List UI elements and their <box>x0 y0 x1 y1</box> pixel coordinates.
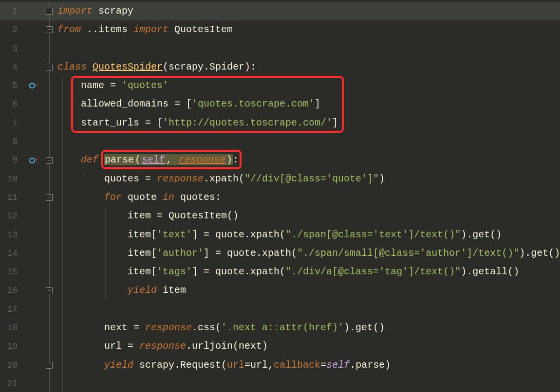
code-line[interactable] <box>56 300 560 319</box>
arrow-up-icon: ↑ <box>35 157 38 164</box>
code-line[interactable]: for quote in quotes: <box>56 188 560 207</box>
code-line[interactable]: yield scrapy.Request(url=url,callback=se… <box>56 356 560 374</box>
line-number: 15 <box>0 263 26 281</box>
fold-toggle-icon[interactable]: − <box>46 194 53 201</box>
line-number: 8 <box>0 132 26 151</box>
code-line[interactable] <box>56 374 560 392</box>
line-number: 19 <box>0 337 26 356</box>
line-number: 10 <box>0 170 26 188</box>
line-number: 14 <box>0 244 26 263</box>
fold-end-icon[interactable]: − <box>46 362 53 369</box>
code-line[interactable]: item['author'] = quote.xpath("./span/sma… <box>56 244 560 263</box>
line-number: 3 <box>0 39 26 58</box>
gutter-marker-line9[interactable]: ↑ <box>26 151 42 169</box>
code-line[interactable]: name = 'quotes' <box>56 76 560 95</box>
code-area[interactable]: import scrapy from ..items import Quotes… <box>56 0 560 392</box>
fold-toggle-icon[interactable]: − <box>46 64 53 71</box>
fold-toggle-icon[interactable]: − <box>46 157 53 164</box>
code-line[interactable]: item['text'] = quote.xpath("./span[@clas… <box>56 226 560 244</box>
line-number: 6 <box>0 95 26 113</box>
code-line[interactable]: quotes = response.xpath("//div[@class='q… <box>56 170 560 188</box>
code-line[interactable]: yield item <box>56 281 560 300</box>
line-number: 17 <box>0 300 26 319</box>
line-number: 1 <box>0 2 26 20</box>
code-line[interactable] <box>56 132 560 151</box>
code-line[interactable]: start_urls = ['http://quotes.toscrape.co… <box>56 114 560 132</box>
fold-toggle-icon[interactable]: − <box>46 26 53 33</box>
line-number: 21 <box>0 374 26 392</box>
line-number: 11 <box>0 188 26 207</box>
line-number: 2 <box>0 20 26 39</box>
fold-toggle-icon[interactable]: − <box>46 8 53 15</box>
line-number: 5 <box>0 76 26 95</box>
fold-end-icon[interactable]: − <box>46 287 53 294</box>
line-number: 9 <box>0 151 26 169</box>
code-line[interactable]: from ..items import QuotesItem <box>56 20 560 39</box>
code-line[interactable]: next = response.css('.next a::attr(href)… <box>56 319 560 337</box>
line-number: 4 <box>0 58 26 76</box>
code-line[interactable]: def parse(self, response): <box>56 151 560 169</box>
code-line[interactable]: import scrapy <box>56 2 560 20</box>
line-number: 13 <box>0 226 26 244</box>
code-line[interactable]: url = response.urljoin(next) <box>56 337 560 356</box>
code-line[interactable]: allowed_domains = ['quotes.toscrape.com'… <box>56 95 560 113</box>
line-number: 20 <box>0 356 26 374</box>
code-editor[interactable]: 1 2 3 4 5 6 7 8 9 10 11 12 13 14 15 16 1… <box>0 0 560 392</box>
line-number: 18 <box>0 319 26 337</box>
code-line[interactable]: item = QuotesItem() <box>56 207 560 225</box>
marks-gutter[interactable]: ↑ ↑ <box>26 0 42 392</box>
line-number: 7 <box>0 114 26 132</box>
arrow-up-icon: ↑ <box>35 82 38 89</box>
gutter-marker-line5[interactable]: ↑ <box>26 76 42 95</box>
line-number: 16 <box>0 281 26 300</box>
line-number: 12 <box>0 207 26 225</box>
code-line[interactable]: item['tags'] = quote.xpath("./div/a[@cla… <box>56 263 560 281</box>
fold-gutter[interactable]: − − − − − − − <box>42 0 56 392</box>
code-line[interactable] <box>56 39 560 58</box>
line-number-gutter: 1 2 3 4 5 6 7 8 9 10 11 12 13 14 15 16 1… <box>0 0 26 392</box>
code-line[interactable]: class QuotesSpider(scrapy.Spider): <box>56 58 560 76</box>
